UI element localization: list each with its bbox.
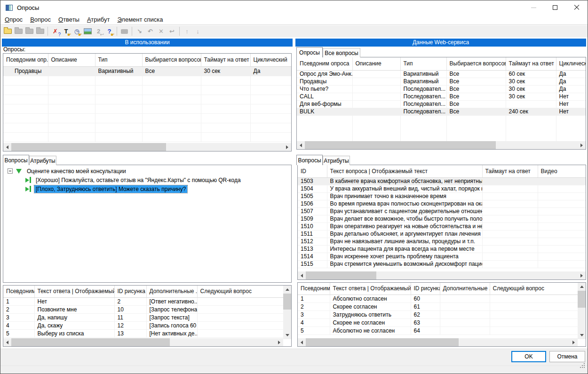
cell[interactable] <box>352 70 400 78</box>
column-header[interactable]: Дополнительные ... <box>440 283 490 294</box>
image-icon[interactable] <box>82 26 93 37</box>
column-header[interactable]: Текст ответа | Отображаемый... <box>330 283 411 294</box>
cell[interactable]: 3 <box>298 310 330 318</box>
table-row[interactable]: 1515Врач стремится уменьшить возможный д… <box>298 260 586 268</box>
cell[interactable] <box>197 305 283 313</box>
cell[interactable]: 64 <box>411 326 440 334</box>
cell[interactable] <box>197 329 283 337</box>
column-header[interactable]: Псевдоним <box>298 283 330 294</box>
cell[interactable] <box>352 78 400 85</box>
cell[interactable] <box>538 223 586 230</box>
menu-atribut[interactable]: Атрибут <box>83 15 113 24</box>
cell[interactable] <box>440 294 490 302</box>
cell[interactable] <box>482 215 538 223</box>
cell[interactable]: Нет <box>34 297 114 305</box>
column-header[interactable]: ID <box>298 165 327 177</box>
minimize-button[interactable] <box>523 0 544 15</box>
cell[interactable] <box>440 310 490 318</box>
menu-otvety[interactable]: Ответы <box>55 15 83 24</box>
cell[interactable]: Да, скажу <box>34 321 114 329</box>
cell[interactable]: 1509 <box>298 215 327 223</box>
cell[interactable] <box>538 260 586 268</box>
tree-child-label[interactable]: [Хорошо] Пожалуйста, оставьте отзыв на "… <box>34 176 242 184</box>
cell[interactable] <box>352 85 400 93</box>
cell[interactable]: BULK <box>297 108 352 115</box>
new-folder-icon[interactable] <box>2 26 13 37</box>
table-row[interactable]: 1513Интересы пациента для врача всегда н… <box>298 245 586 253</box>
cell[interactable] <box>352 100 400 108</box>
cell[interactable] <box>482 192 538 200</box>
table-row[interactable]: 4Да, скажу12[Запись голоса 60 ... <box>3 321 283 329</box>
table-row[interactable]: 4Скорее не согласен63 <box>298 318 578 326</box>
tree-node-child[interactable]: [Хорошо] Пожалуйста, оставьте отзыв на "… <box>25 175 291 184</box>
cell[interactable]: 1514 <box>298 253 327 260</box>
cell[interactable] <box>440 302 490 310</box>
scroll-left-icon[interactable] <box>297 141 305 149</box>
scroll-up-icon[interactable] <box>283 286 291 294</box>
cell[interactable]: 1513 <box>298 245 327 253</box>
cell[interactable]: Все <box>142 66 201 76</box>
column-header[interactable]: Таймаут на ответ <box>506 57 556 70</box>
cell[interactable] <box>490 326 578 334</box>
cell[interactable] <box>352 93 400 100</box>
cell[interactable]: 12 <box>114 321 146 329</box>
table-row[interactable]: BULKПоследовател...Все240 секНет <box>297 108 586 115</box>
scroll-left-icon[interactable] <box>3 143 11 151</box>
cell[interactable] <box>482 253 538 260</box>
table-row[interactable]: 1506Во время приема врач полностью сконц… <box>298 200 586 207</box>
cell[interactable]: Затрудняюсь ответить <box>330 310 411 318</box>
cell[interactable]: Да <box>556 78 586 85</box>
vertical-scrollbar[interactable] <box>578 283 586 339</box>
cell[interactable]: 61 <box>411 302 440 310</box>
cell[interactable]: Врач оперативно реагирует на новые обсто… <box>327 223 482 230</box>
scroll-right-icon[interactable] <box>578 271 586 279</box>
cell[interactable]: 1506 <box>298 200 327 207</box>
cell[interactable]: 1 <box>3 297 34 305</box>
cell[interactable] <box>538 192 586 200</box>
scroll-left-icon[interactable] <box>298 271 306 279</box>
cell[interactable]: Интересы пациента для врача всегда на пе… <box>327 245 482 253</box>
cell[interactable]: [Ответ негативно... <box>146 297 197 305</box>
cell[interactable] <box>538 238 586 245</box>
cell[interactable]: [Запрос текста] <box>146 313 197 321</box>
tree-root-label[interactable]: Оцените качество моей консультации <box>25 167 127 175</box>
cell[interactable]: Все <box>446 108 506 115</box>
column-header[interactable]: Следующий вопрос <box>490 283 578 294</box>
cell[interactable]: Врач искренне хочет решить проблему паци… <box>327 253 482 260</box>
cell[interactable]: В кабинете врача комфортная обстановка, … <box>327 177 482 185</box>
cell[interactable]: CALL <box>297 93 352 100</box>
cell[interactable]: Позвоните мне <box>34 305 114 313</box>
cell[interactable]: Последовател... <box>400 93 446 100</box>
column-header[interactable]: Описание <box>48 54 95 66</box>
cell[interactable] <box>506 100 556 108</box>
horizontal-scrollbar[interactable] <box>297 141 586 149</box>
cell[interactable] <box>197 313 283 321</box>
cell[interactable]: У врача аккуратный внешний вид, чистый х… <box>327 185 482 192</box>
cell[interactable] <box>197 321 283 329</box>
cell[interactable]: Нет <box>556 93 586 100</box>
cell[interactable] <box>490 310 578 318</box>
scroll-right-icon[interactable] <box>283 143 291 151</box>
cell[interactable]: Опрос для Эмо-Анк... <box>297 70 352 78</box>
cell[interactable]: Все <box>446 78 506 85</box>
table-row[interactable]: Опрос для Эмо-Анк...ВариативныйВсе60 сек… <box>297 70 586 78</box>
cell[interactable] <box>538 245 586 253</box>
cell[interactable]: Последовател... <box>400 100 446 108</box>
cell[interactable] <box>482 177 538 185</box>
cell[interactable] <box>440 326 490 334</box>
vertical-scrollbar[interactable] <box>283 286 291 339</box>
cell[interactable]: Скорее не согласен <box>330 318 411 326</box>
cell[interactable] <box>482 207 538 215</box>
cell[interactable]: 2 <box>114 297 146 305</box>
cell[interactable]: [Запись голоса 60 ... <box>146 321 197 329</box>
tab-right-atributy[interactable]: Атрибуты <box>323 156 350 165</box>
cell[interactable] <box>538 200 586 207</box>
cell[interactable]: 1512 <box>298 238 327 245</box>
cell[interactable] <box>538 185 586 192</box>
cell[interactable] <box>48 66 95 76</box>
scroll-left-icon[interactable] <box>298 338 306 346</box>
scrollbar-thumb[interactable] <box>578 291 586 308</box>
scroll-right-icon[interactable] <box>275 338 283 346</box>
column-header[interactable]: Псевдоним опроса <box>297 57 352 70</box>
cell[interactable]: 30 сек <box>506 85 556 93</box>
